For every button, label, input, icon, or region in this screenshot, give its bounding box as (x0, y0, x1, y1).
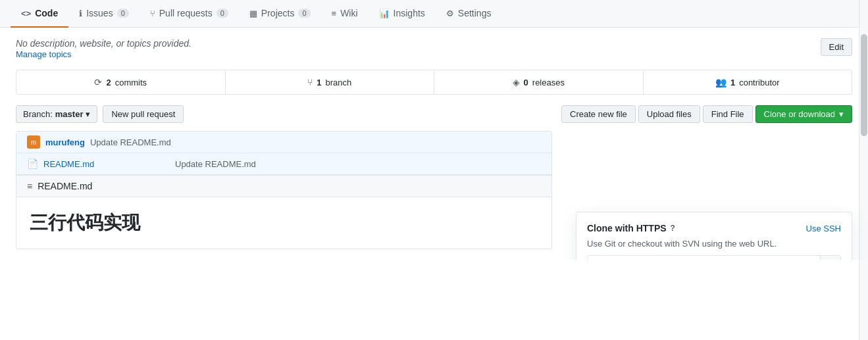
wiki-icon: ≡ (332, 9, 337, 18)
description-block: No description, website, or topics provi… (16, 38, 191, 59)
clone-help-icon[interactable]: ? (671, 224, 675, 233)
scrollbar-thumb[interactable] (861, 34, 867, 136)
action-left: Branch: master ▾ New pull request (16, 105, 184, 123)
stats-bar: ⟳ 2 commits ⑂ 1 branch ◈ 0 releases 👥 1 … (16, 70, 852, 95)
issues-icon: ℹ (79, 9, 82, 18)
manage-topics-link[interactable]: Manage topics (16, 49, 72, 59)
branch-selector[interactable]: Branch: master ▾ (16, 105, 97, 123)
insights-icon: 📊 (379, 9, 390, 18)
edit-button[interactable]: Edit (821, 38, 852, 56)
action-bar: Branch: master ▾ New pull request Create… (16, 105, 852, 123)
commits-icon: ⟳ (94, 77, 102, 87)
table-row: 📄 README.md Update README.md (16, 153, 551, 175)
clone-title: Clone with HTTPS ? (587, 223, 675, 233)
stat-commits[interactable]: ⟳ 2 commits (16, 70, 226, 94)
projects-icon: ▦ (249, 9, 257, 18)
readme-preview: 三行代码实现 (16, 197, 551, 249)
file-table: m murufeng Update README.md 📄 README.md … (16, 131, 552, 249)
avatar: m (27, 135, 40, 149)
clone-url-text: https://github.com/murufeng/Python3-spid (588, 257, 820, 260)
commit-message: Update README.md (90, 137, 171, 147)
tab-code[interactable]: <> Code (11, 0, 68, 28)
settings-icon: ⚙ (446, 9, 454, 18)
branches-icon: ⑂ (307, 77, 313, 87)
description-area: No description, website, or topics provi… (16, 38, 852, 59)
readme-icon: ≡ (27, 181, 32, 191)
pull-requests-icon: ⑂ (150, 9, 155, 18)
main-content: No description, website, or topics provi… (0, 28, 868, 260)
tab-projects[interactable]: ▦ Projects 0 (239, 0, 321, 28)
clone-url-row: https://github.com/murufeng/Python3-spid… (587, 255, 841, 260)
stat-contributors[interactable]: 👥 1 contributor (644, 70, 852, 94)
issues-badge: 0 (117, 9, 129, 18)
find-file-button[interactable]: Find File (703, 105, 753, 123)
use-ssh-link[interactable]: Use SSH (806, 224, 841, 233)
tab-wiki[interactable]: ≡ Wiki (321, 0, 369, 28)
file-icon: 📄 (27, 158, 38, 169)
description-text: No description, website, or topics provi… (16, 38, 191, 49)
stat-branches[interactable]: ⑂ 1 branch (226, 70, 435, 94)
tab-bar: <> Code ℹ Issues 0 ⑂ Pull requests 0 ▦ P… (0, 0, 868, 28)
readme-filename: README.md (38, 181, 92, 191)
branch-dropdown-icon: ▾ (86, 109, 90, 119)
pull-requests-badge: 0 (217, 9, 228, 18)
code-icon: <> (21, 9, 31, 18)
copy-url-button[interactable]: ⧉ (820, 256, 840, 260)
tab-insights[interactable]: 📊 Insights (369, 0, 436, 28)
stat-releases[interactable]: ◈ 0 releases (434, 70, 644, 94)
clone-or-download-button[interactable]: Clone or download ▾ (755, 105, 852, 123)
tab-issues[interactable]: ℹ Issues 0 (68, 0, 140, 28)
clone-dropdown-panel: Clone with HTTPS ? Use SSH Use Git or ch… (576, 212, 852, 260)
projects-badge: 0 (298, 9, 310, 18)
create-new-file-button[interactable]: Create new file (561, 105, 636, 123)
action-right: Create new file Upload files Find File C… (561, 105, 852, 123)
file-commit-message: Update README.md (175, 159, 541, 169)
scrollbar[interactable] (859, 0, 868, 260)
tab-pull-requests[interactable]: ⑂ Pull requests 0 (140, 0, 239, 28)
file-name-link[interactable]: README.md (43, 159, 175, 169)
clone-header: Clone with HTTPS ? Use SSH (587, 223, 841, 233)
tab-settings[interactable]: ⚙ Settings (436, 0, 502, 28)
commit-info-row: m murufeng Update README.md (16, 132, 551, 153)
new-pull-request-button[interactable]: New pull request (103, 105, 184, 123)
upload-files-button[interactable]: Upload files (638, 105, 700, 123)
readme-section-header: ≡ README.md (16, 175, 551, 197)
releases-icon: ◈ (513, 77, 520, 87)
contributors-icon: 👥 (715, 77, 727, 87)
commit-user-link[interactable]: murufeng (45, 137, 85, 147)
clone-description: Use Git or checkout with SVN using the w… (587, 239, 841, 249)
clone-dropdown-arrow-icon: ▾ (839, 109, 844, 119)
